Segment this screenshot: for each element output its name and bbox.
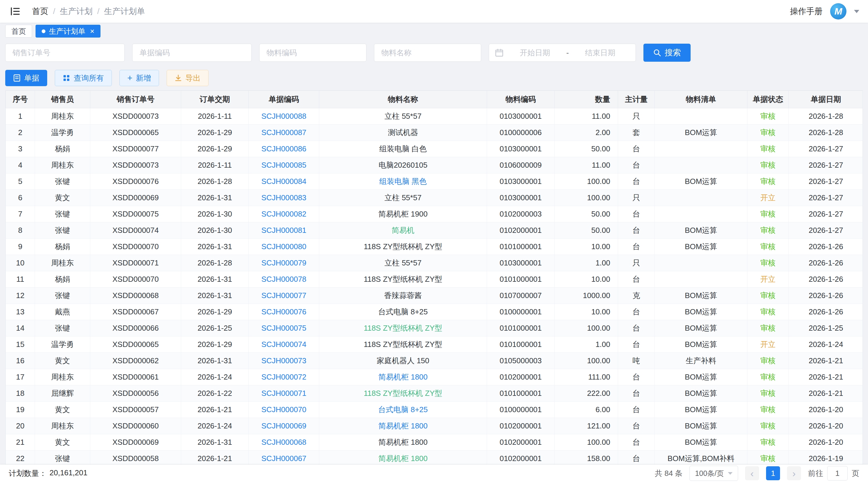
avatar[interactable]: M (830, 3, 846, 20)
doc-code-link[interactable]: SCJH000069 (261, 421, 306, 430)
sidebar-collapse-icon[interactable] (9, 5, 22, 18)
doc-code-link[interactable]: SCJH000083 (261, 193, 306, 202)
doc-code-link[interactable]: SCJH000080 (261, 242, 306, 251)
table-row[interactable]: 16黄文XSDD0000622026-1-31SCJH000073家庭机器人 1… (6, 353, 863, 369)
cell-order-text: XSDD000073 (113, 112, 159, 121)
user-menu-caret-icon[interactable] (854, 10, 859, 13)
cell-qty: 50.00 (555, 222, 618, 239)
breadcrumb-production-plan[interactable]: 生产计划 (60, 6, 93, 17)
cell-material-text: 118S ZY型纸杯机 ZY型 (364, 324, 442, 332)
doc-code-link[interactable]: SCJH000073 (261, 356, 306, 365)
doc-code-link[interactable]: SCJH000084 (261, 177, 306, 186)
cell-no: 22 (6, 451, 35, 465)
cell-qty: 1.00 (555, 336, 618, 353)
doc-code-link[interactable]: SCJH000067 (261, 454, 306, 463)
tab-production-plan-order-label: 生产计划单 (49, 27, 85, 36)
page-number-button[interactable]: 1 (766, 466, 780, 480)
table-row[interactable]: 22张键XSDD0000582026-1-21SCJH000067简易机柜 18… (6, 451, 863, 465)
doc-code-link[interactable]: SCJH000078 (261, 275, 306, 284)
cell-no-text: 4 (18, 161, 22, 169)
material-name-input[interactable] (374, 44, 481, 62)
cell-status: 审核 (747, 418, 789, 434)
cell-material: 118S ZY型纸杯机 ZY型 (319, 385, 487, 401)
doc-code-link[interactable]: SCJH000075 (261, 324, 306, 332)
doc-code-link[interactable]: SCJH000088 (261, 112, 306, 121)
doc-code-link[interactable]: SCJH000068 (261, 438, 306, 447)
status-badge: 审核 (761, 242, 776, 251)
doc-code-link[interactable]: SCJH000086 (261, 144, 306, 153)
table-row[interactable]: 18屈继辉XSDD0000562026-1-22SCJH000071118S Z… (6, 385, 863, 401)
table-row[interactable]: 5张键XSDD0000762026-1-28SCJH000084组装电脑 黑色0… (6, 173, 863, 190)
material-code-input[interactable] (259, 44, 366, 62)
cell-doc: SCJH000069 (249, 418, 319, 434)
export-button[interactable]: 导出 (166, 70, 209, 86)
document-button[interactable]: 单据 (5, 70, 47, 86)
doc-code-link[interactable]: SCJH000085 (261, 161, 306, 169)
cell-order-text: XSDD000061 (113, 373, 159, 381)
add-button[interactable]: + 新增 (119, 70, 159, 86)
table-row[interactable]: 8张键XSDD0000742026-1-30SCJH000081简易机01020… (6, 222, 863, 239)
doc-code-link[interactable]: SCJH000070 (261, 405, 306, 414)
search-button[interactable]: 搜索 (644, 44, 691, 62)
cell-qty-text: 1.00 (595, 258, 610, 267)
doc-code-link[interactable]: SCJH000079 (261, 258, 306, 267)
table-row[interactable]: 9杨娟XSDD0000702026-1-31SCJH000080118S ZY型… (6, 239, 863, 255)
table-row[interactable]: 4周桂东XSDD0000732026-1-11SCJH000085电脑20260… (6, 157, 863, 173)
cell-date: 2026-1-27 (789, 173, 863, 190)
prev-page-button[interactable]: ‹ (745, 466, 759, 480)
start-date-placeholder[interactable]: 开始日期 (505, 48, 564, 58)
cell-no-text: 5 (18, 177, 22, 186)
tab-close-icon[interactable]: × (90, 27, 94, 35)
doc-code-link[interactable]: SCJH000082 (261, 210, 306, 218)
cell-date-text: 2026-1-27 (809, 144, 843, 153)
doc-code-link[interactable]: SCJH000072 (261, 373, 306, 381)
breadcrumb-home[interactable]: 首页 (32, 6, 48, 17)
cell-date: 2026-1-26 (789, 271, 863, 288)
material-name-link[interactable]: 简易机柜 1800 (378, 421, 428, 430)
table-row[interactable]: 19黄文XSDD0000572026-1-21SCJH000070台式电脑 8+… (6, 401, 863, 418)
download-icon (175, 74, 182, 82)
table-row[interactable]: 2温学勇XSDD0000652026-1-29SCJH000087测试机器010… (6, 125, 863, 141)
next-page-button[interactable]: › (787, 466, 801, 480)
tab-production-plan-order[interactable]: 生产计划单 × (35, 25, 100, 37)
cell-due-text: 2026-1-21 (197, 454, 232, 463)
cell-sales-text: 杨娟 (55, 242, 70, 251)
sales-order-input[interactable] (5, 44, 125, 62)
doc-code-link[interactable]: SCJH000074 (261, 340, 306, 349)
cell-bom: BOM运算 (655, 304, 747, 320)
material-name-link[interactable]: 组装电脑 黑色 (379, 177, 427, 186)
page-size-select[interactable]: 100条/页 (689, 466, 738, 481)
doc-code-input[interactable] (132, 44, 252, 62)
cell-sales-text: 周桂东 (51, 421, 74, 430)
table-row[interactable]: 7张键XSDD0000752026-1-30SCJH000082简易机柜 190… (6, 206, 863, 222)
table-row[interactable]: 15温学勇XSDD0000652026-1-29SCJH000074118S Z… (6, 336, 863, 353)
cell-due: 2026-1-21 (181, 451, 249, 465)
cell-order-text: XSDD000067 (113, 308, 159, 316)
table-row[interactable]: 14张键XSDD0000662026-1-25SCJH000075118S ZY… (6, 320, 863, 336)
table-row[interactable]: 21黄文XSDD0000692026-1-31SCJH000068简易机柜 18… (6, 434, 863, 451)
end-date-placeholder[interactable]: 结束日期 (570, 48, 630, 58)
manual-link[interactable]: 操作手册 (790, 6, 823, 17)
table-row[interactable]: 1周桂东XSDD0000732026-1-11SCJH000088立柱 55*5… (6, 108, 863, 125)
table-row[interactable]: 13戴燕XSDD0000672026-1-29SCJH000076台式电脑 8+… (6, 304, 863, 320)
query-all-button[interactable]: 查询所有 (55, 70, 112, 86)
table-row[interactable]: 12张键XSDD0000682026-1-31SCJH000077香辣蒜蓉酱01… (6, 288, 863, 304)
doc-code-link[interactable]: SCJH000076 (261, 308, 306, 316)
goto-page-input[interactable] (827, 466, 847, 481)
column-header: 物料编码 (487, 91, 555, 108)
table-row[interactable]: 17周桂东XSDD0000612026-1-24SCJH000072简易机柜 1… (6, 369, 863, 385)
table-row[interactable]: 3杨娟XSDD0000772026-1-29SCJH000086组装电脑 白色0… (6, 141, 863, 157)
doc-code-link[interactable]: SCJH000071 (261, 389, 306, 397)
date-range-picker[interactable]: 开始日期 - 结束日期 (489, 44, 636, 62)
material-name-link[interactable]: 台式电脑 8+25 (378, 405, 428, 414)
doc-code-link[interactable]: SCJH000087 (261, 128, 306, 137)
doc-code-link[interactable]: SCJH000081 (261, 226, 306, 234)
material-name-link[interactable]: 简易机柜 1800 (378, 373, 428, 381)
tab-home[interactable]: 首页 (5, 25, 32, 37)
table-row[interactable]: 20周桂东XSDD0000602026-1-24SCJH000069简易机柜 1… (6, 418, 863, 434)
cell-date: 2026-1-24 (789, 336, 863, 353)
table-row[interactable]: 6黄文XSDD0000692026-1-31SCJH000083立柱 55*57… (6, 190, 863, 206)
doc-code-link[interactable]: SCJH000077 (261, 291, 306, 300)
table-row[interactable]: 10周桂东XSDD0000712026-1-28SCJH000079立柱 55*… (6, 255, 863, 271)
table-row[interactable]: 11杨娟XSDD0000702026-1-31SCJH000078118S ZY… (6, 271, 863, 288)
